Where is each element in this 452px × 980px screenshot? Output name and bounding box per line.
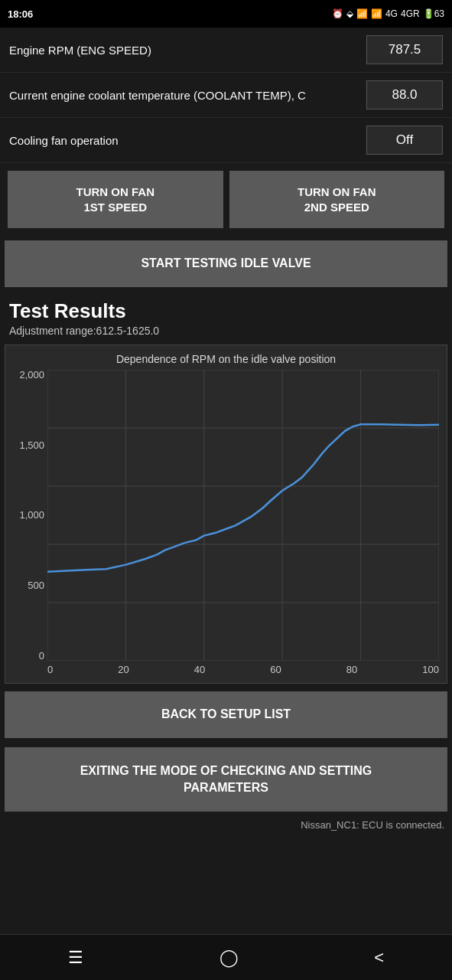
back-button[interactable]: <: [359, 940, 399, 975]
x-label-0: 0: [47, 664, 53, 675]
menu-button[interactable]: ☰: [53, 940, 99, 975]
back-to-setup-container: BACK TO SETUP LIST: [0, 687, 452, 743]
y-label-2000: 2,000: [9, 370, 44, 380]
y-label-1500: 1,500: [9, 440, 44, 450]
chart-title: Dependence of RPM on the idle valve posi…: [13, 353, 439, 365]
x-label-60: 60: [270, 664, 281, 675]
status-icons: ⏰ ⬙ 📶 📶 4G 4GR 🔋63: [332, 8, 444, 19]
x-axis-labels: 0 20 40 60 80 100: [47, 664, 439, 675]
battery-icon: 🔋63: [423, 8, 444, 19]
coolant-temp-row: Current engine coolant temperature (COOL…: [0, 73, 452, 118]
coolant-temp-label: Current engine coolant temperature (COOL…: [9, 89, 366, 102]
start-testing-container: START TESTING IDLE VALVE: [0, 236, 452, 292]
alarm-icon: ⏰: [332, 8, 343, 19]
start-testing-idle-valve-button[interactable]: START TESTING IDLE VALVE: [5, 240, 447, 287]
bluetooth-icon: ⬙: [346, 8, 353, 19]
engine-rpm-value: 787.5: [366, 35, 443, 64]
engine-rpm-row: Engine RPM (ENG SPEED) 787.5: [0, 28, 452, 73]
chart-container: Dependence of RPM on the idle valve posi…: [5, 345, 447, 684]
adjustment-range: Adjustment range:612.5-1625.0: [9, 325, 443, 337]
x-label-100: 100: [422, 664, 439, 675]
turn-on-fan-1st-button[interactable]: TURN ON FAN1ST SPEED: [8, 171, 223, 228]
signal-icon: 📶: [356, 8, 368, 19]
coolant-temp-value: 88.0: [366, 80, 443, 109]
network-4g-label: 4G: [385, 8, 398, 19]
menu-icon: ☰: [68, 948, 83, 967]
x-label-20: 20: [118, 664, 128, 675]
chart-area: 2,000 1,500 1,000 500 0: [47, 370, 439, 661]
x-label-80: 80: [346, 664, 357, 675]
turn-on-fan-2nd-button[interactable]: TURN ON FAN2ND SPEED: [229, 171, 445, 228]
wifi-icon: 📶: [371, 8, 382, 19]
main-content: Engine RPM (ENG SPEED) 787.5 Current eng…: [0, 28, 452, 934]
y-label-0: 0: [9, 651, 44, 661]
y-axis-labels: 2,000 1,500 1,000 500 0: [9, 370, 44, 661]
fan-buttons-row: TURN ON FAN1ST SPEED TURN ON FAN2ND SPEE…: [0, 163, 452, 236]
cooling-fan-label: Cooling fan operation: [9, 134, 366, 147]
status-bar: 18:06 ⏰ ⬙ 📶 📶 4G 4GR 🔋63: [0, 0, 452, 28]
home-button[interactable]: ◯: [204, 940, 254, 975]
nav-bar: ☰ ◯ <: [0, 934, 452, 980]
cooling-fan-row: Cooling fan operation Off: [0, 118, 452, 163]
chart-svg: [47, 370, 439, 661]
status-bottom: Nissan_NC1: ECU is connected.: [0, 816, 452, 834]
y-label-1000: 1,000: [9, 510, 44, 520]
exit-mode-container: EXITING THE MODE OF CHECKING AND SETTING…: [0, 743, 452, 817]
status-time: 18:06: [8, 8, 33, 20]
home-icon: ◯: [219, 948, 239, 967]
test-results-title: Test Results: [9, 299, 443, 323]
y-label-500: 500: [9, 580, 44, 590]
test-results-section: Test Results Adjustment range:612.5-1625…: [0, 292, 452, 340]
x-label-40: 40: [194, 664, 205, 675]
back-icon: <: [374, 948, 384, 967]
cooling-fan-value: Off: [366, 126, 443, 155]
back-to-setup-list-button[interactable]: BACK TO SETUP LIST: [5, 691, 447, 738]
engine-rpm-label: Engine RPM (ENG SPEED): [9, 44, 366, 57]
exit-mode-button[interactable]: EXITING THE MODE OF CHECKING AND SETTING…: [5, 747, 447, 812]
network-4gr-label: 4GR: [401, 8, 420, 19]
